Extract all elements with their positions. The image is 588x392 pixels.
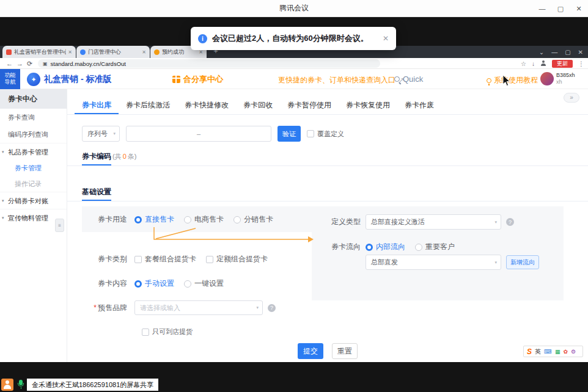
- radio-direct-sale[interactable]: 直接售卡: [134, 214, 174, 225]
- radio-icon[interactable]: [134, 280, 142, 288]
- tab-search-icon[interactable]: ⌄: [539, 49, 544, 56]
- serial-range-input[interactable]: [126, 126, 271, 142]
- help-icon[interactable]: ?: [268, 304, 276, 312]
- user-subname: xh: [556, 79, 575, 85]
- sidebar-item-code-query[interactable]: 编码序列查询: [0, 126, 67, 143]
- radio-distribution-sale[interactable]: 分销售卡: [233, 214, 273, 225]
- sidebar-collapse-handle[interactable]: ≡: [55, 219, 64, 232]
- radio-icon[interactable]: [233, 216, 241, 223]
- checkbox-icon[interactable]: [206, 256, 213, 263]
- radio-manual-setting[interactable]: 手动设置: [134, 278, 174, 289]
- browser-close-button[interactable]: ✕: [578, 49, 583, 56]
- profile-icon[interactable]: [540, 60, 546, 67]
- store-only-row[interactable]: 只可到店提货: [142, 327, 193, 336]
- browser-update-button[interactable]: 更新: [552, 60, 573, 68]
- promo-entry-link[interactable]: 更快捷的券卡、订单和快递查询入口 ↗: [278, 75, 404, 85]
- address-field[interactable]: ▣ standard.maboy.cn/CardsOut: [38, 59, 380, 68]
- refresh-icon[interactable]: ⟳: [27, 58, 32, 69]
- sidebar-item-card-manage[interactable]: 券卡管理: [0, 160, 67, 176]
- basic-title: 基础设置: [82, 187, 111, 197]
- tab-card-recycle[interactable]: 券卡回收: [236, 96, 280, 114]
- tab-quick-modify[interactable]: 券卡快捷修改: [177, 96, 236, 114]
- define-type-select[interactable]: 总部直接定义激活 ▾: [366, 214, 501, 230]
- minimize-button[interactable]: —: [533, 0, 551, 17]
- tab-close-icon[interactable]: ✕: [142, 49, 146, 55]
- store-only-label: 只可到店提货: [152, 327, 193, 336]
- nav-toggle-line2: 导航: [0, 79, 20, 85]
- checkbox-icon[interactable]: [134, 256, 142, 263]
- category-label: 券卡类别: [82, 254, 134, 264]
- tab-close-icon[interactable]: ✕: [68, 49, 72, 55]
- radio-icon[interactable]: [184, 216, 191, 223]
- checkbox-label: 定额组合提货卡: [216, 254, 268, 264]
- toast-close-icon[interactable]: ✕: [383, 34, 389, 43]
- checkbox-combo-pickup-card[interactable]: 套餐组合提货卡: [134, 254, 196, 264]
- sidebar-group-distribution[interactable]: ▾ 分销券卡对账: [0, 192, 67, 209]
- download-icon[interactable]: ↓: [532, 60, 535, 67]
- browser-minimize-button[interactable]: —: [551, 49, 557, 56]
- ime-skin-icon[interactable]: ✿: [564, 349, 568, 355]
- share-center-link[interactable]: 合分享中心: [172, 74, 223, 85]
- tab-label: 礼盒营销平台管理中心: [14, 48, 66, 56]
- site-info-icon[interactable]: ▣: [43, 61, 48, 67]
- radio-icon[interactable]: [366, 244, 373, 251]
- ime-language-mode[interactable]: 英: [535, 347, 541, 356]
- quick-search[interactable]: Quick: [394, 74, 423, 84]
- verify-button[interactable]: 验证: [277, 126, 301, 142]
- tab-card-out[interactable]: 券卡出库: [75, 96, 119, 114]
- radio-internal-flow[interactable]: 内部流向: [366, 242, 405, 252]
- radio-key-customer[interactable]: 重要客户: [415, 242, 455, 252]
- radio-ecommerce-sale[interactable]: 电商售卡: [184, 214, 224, 225]
- submit-button[interactable]: 提交: [298, 343, 323, 359]
- sidebar-item-operation-log[interactable]: 操作记录: [0, 176, 67, 192]
- required-mark: *: [94, 303, 97, 312]
- group-label: 宣传物料管理: [8, 214, 48, 222]
- tutorial-link[interactable]: 系统使用教程: [487, 75, 538, 85]
- panel-collapse-button[interactable]: »: [564, 93, 579, 103]
- bookmark-star-icon[interactable]: ☆: [521, 60, 526, 67]
- radio-icon[interactable]: [415, 244, 422, 251]
- browser-tab-1[interactable]: 礼盒营销平台管理中心 ✕: [2, 46, 76, 58]
- codes-count-value: 0: [123, 153, 127, 160]
- serial-type-select[interactable]: 序列号 ▾: [82, 126, 120, 142]
- browser-tab-2[interactable]: 门店管理中心 ✕: [76, 46, 150, 58]
- basic-divider: [67, 201, 588, 201]
- forward-icon[interactable]: →: [17, 58, 23, 69]
- tab-card-pause[interactable]: 券卡暂停使用: [280, 96, 339, 114]
- radio-icon[interactable]: [134, 216, 142, 223]
- tab-card-void[interactable]: 券卡作废: [397, 96, 441, 114]
- radio-icon[interactable]: [184, 280, 191, 288]
- ime-keyboard-icon[interactable]: ⌨: [544, 349, 552, 355]
- close-button[interactable]: ✕: [570, 0, 588, 17]
- reset-button[interactable]: 重置: [332, 343, 358, 359]
- flow-select[interactable]: 总部直发 ▾: [366, 255, 501, 270]
- tab-card-resume[interactable]: 券卡恢复使用: [339, 96, 397, 114]
- brand-select[interactable]: 请选择或输入 ▾: [134, 300, 263, 315]
- override-checkbox[interactable]: [307, 130, 314, 137]
- address-url: standard.maboy.cn/CardsOut: [51, 60, 126, 67]
- nav-toggle-button[interactable]: 功能 导航: [0, 69, 20, 89]
- ime-logo-icon[interactable]: S: [527, 347, 532, 356]
- help-icon[interactable]: ?: [506, 218, 514, 226]
- radio-label: 直接售卡: [145, 214, 174, 225]
- info-icon: i: [198, 34, 207, 43]
- back-icon[interactable]: ←: [6, 58, 13, 69]
- tab-followup-activate[interactable]: 券卡后续激活: [119, 96, 177, 114]
- store-only-checkbox[interactable]: [142, 328, 149, 336]
- maximize-button[interactable]: ▢: [551, 0, 570, 17]
- add-flow-button[interactable]: 新增流向: [506, 255, 539, 269]
- chevron-down-icon: ▾: [113, 131, 116, 136]
- ime-panel-icon[interactable]: ▦: [555, 349, 560, 355]
- sidebar-item-card-query[interactable]: 券卡查询: [0, 109, 67, 126]
- radio-one-key-setting[interactable]: 一键设置: [184, 278, 224, 289]
- browser-maximize-button[interactable]: ▢: [565, 49, 570, 56]
- override-checkbox-group[interactable]: 覆盖定义: [307, 129, 344, 139]
- checkbox-fixed-combo-pickup-card[interactable]: 定额组合提货卡: [206, 254, 268, 264]
- browser-menu-icon[interactable]: ⋮: [578, 60, 584, 67]
- sidebar-group-gift-cards[interactable]: ▾ 礼品券卡管理: [0, 143, 67, 160]
- define-type-value: 总部直接定义激活: [371, 217, 425, 227]
- ime-settings-icon[interactable]: ⚙: [571, 349, 576, 355]
- form-actions: 提交 重置: [67, 343, 588, 359]
- chevron-down-icon: ▾: [494, 220, 497, 225]
- user-avatar[interactable]: [540, 72, 554, 85]
